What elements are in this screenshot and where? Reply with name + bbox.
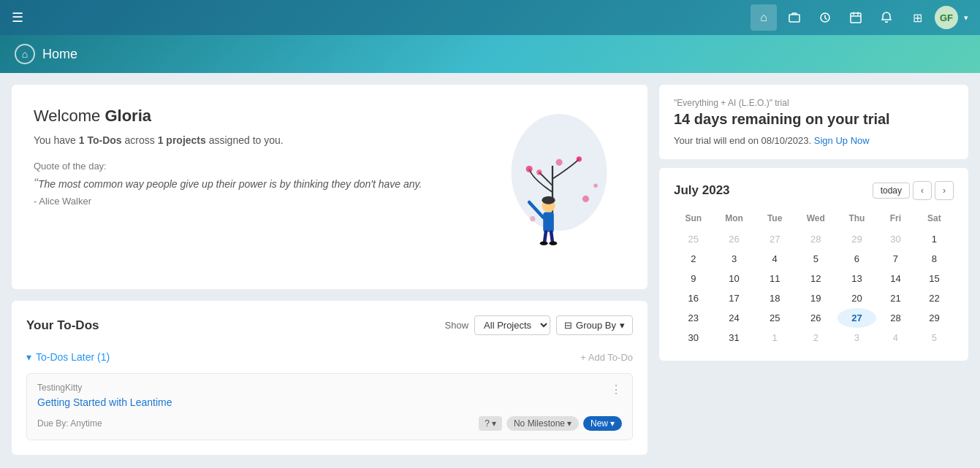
calendar-day-cell[interactable]: 22	[915, 288, 954, 308]
calendar-day-cell[interactable]: 23	[674, 308, 713, 328]
avatar[interactable]: GF	[935, 6, 958, 29]
calendar-day-cell[interactable]: 12	[794, 269, 837, 288]
todo-item-top: TestingKitty Getting Started with Leanti…	[37, 383, 622, 409]
priority-label: ?	[485, 418, 490, 429]
calendar-day-header: Fri	[876, 210, 915, 229]
calendar-day-cell[interactable]: 19	[794, 288, 837, 308]
right-panel: "Everything + AI (L.E.O.)" trial 14 days…	[659, 85, 968, 361]
calendar-today-button[interactable]: today	[873, 183, 910, 199]
calendar-grid: SunMonTueWedThuFriSat 252627282930123456…	[674, 210, 954, 348]
svg-point-7	[536, 169, 542, 174]
svg-point-5	[526, 166, 533, 172]
calendar-day-cell[interactable]: 26	[794, 308, 837, 328]
calendar-day-cell[interactable]: 27	[837, 308, 876, 328]
calendar-day-cell[interactable]: 26	[713, 229, 755, 249]
todo-link[interactable]: Getting Started with Leantime	[37, 396, 172, 408]
todo-item-bottom: Due By: Anytime ? ▾ No Milestone ▾	[37, 416, 622, 431]
calendar-day-cell[interactable]: 27	[756, 229, 794, 249]
todo-badges: ? ▾ No Milestone ▾ New ▾	[479, 416, 622, 431]
calendar-day-header: Wed	[794, 210, 837, 229]
desc-end: assigned to you.	[206, 134, 284, 146]
calendar-day-cell[interactable]: 30	[876, 229, 915, 249]
calendar-day-cell[interactable]: 5	[915, 328, 954, 348]
svg-point-15	[549, 242, 557, 245]
status-chevron-icon: ▾	[610, 418, 615, 429]
add-todo-label: + Add To-Do	[580, 352, 633, 363]
calendar-day-cell[interactable]: 13	[837, 269, 876, 288]
calendar-day-cell[interactable]: 31	[713, 328, 755, 348]
priority-chevron-icon: ▾	[492, 418, 496, 429]
calendar-prev-button[interactable]: ‹	[913, 181, 932, 200]
calendar-day-cell[interactable]: 16	[674, 288, 713, 308]
calendar-day-cell[interactable]: 28	[876, 308, 915, 328]
calendar-day-header: Thu	[837, 210, 876, 229]
group-by-label: Group By	[576, 320, 616, 331]
calendar-day-cell[interactable]: 2	[794, 328, 837, 348]
calendar-day-cell[interactable]: 21	[876, 288, 915, 308]
projects-select[interactable]: All Projects	[474, 315, 550, 335]
todo-menu-button[interactable]: ⋮	[610, 383, 622, 396]
calendar-day-header: Mon	[713, 210, 755, 229]
add-todo-button[interactable]: + Add To-Do	[580, 352, 633, 363]
calendar-day-cell[interactable]: 29	[915, 308, 954, 328]
calendar-day-cell[interactable]: 9	[674, 269, 713, 288]
svg-point-14	[540, 242, 548, 245]
calendar-day-cell[interactable]: 7	[876, 249, 915, 269]
hamburger-menu-icon[interactable]: ☰	[12, 9, 23, 26]
group-by-chevron-icon: ▾	[620, 320, 625, 331]
milestone-badge[interactable]: No Milestone ▾	[506, 416, 579, 431]
nav-calendar-icon[interactable]	[843, 4, 869, 31]
calendar-day-cell[interactable]: 5	[794, 249, 837, 269]
todo-group-name: To-Dos Later (1)	[36, 351, 110, 363]
calendar-day-cell[interactable]: 25	[674, 229, 713, 249]
group-by-button[interactable]: ⊟ Group By ▾	[556, 315, 633, 335]
subheader: ⌂ Home	[0, 35, 980, 73]
calendar-day-cell[interactable]: 14	[876, 269, 915, 288]
todos-header: Your To-Dos Show All Projects ⊟ Group By…	[26, 315, 633, 335]
calendar-controls: today ‹ ›	[873, 181, 954, 200]
calendar-day-cell[interactable]: 6	[837, 249, 876, 269]
calendar-day-cell[interactable]: 3	[837, 328, 876, 348]
show-label: Show	[445, 320, 469, 331]
todo-group-label[interactable]: ▾ To-Dos Later (1)	[26, 351, 110, 363]
avatar-chevron-icon[interactable]: ▾	[964, 13, 968, 23]
calendar-day-cell[interactable]: 2	[674, 249, 713, 269]
calendar-day-cell[interactable]: 29	[837, 229, 876, 249]
svg-point-18	[593, 183, 597, 187]
todo-group-header: ▾ To-Dos Later (1) + Add To-Do	[26, 347, 633, 367]
svg-line-13	[551, 232, 552, 242]
calendar-day-cell[interactable]: 1	[915, 229, 954, 249]
group-by-icon: ⊟	[564, 320, 572, 331]
calendar-day-cell[interactable]: 4	[876, 328, 915, 348]
nav-timesheets-icon[interactable]	[812, 4, 838, 31]
sign-up-now-link[interactable]: Sign Up Now	[814, 135, 870, 146]
nav-home-icon[interactable]: ⌂	[751, 4, 777, 31]
calendar-day-cell[interactable]: 25	[756, 308, 794, 328]
calendar-day-cell[interactable]: 28	[794, 229, 837, 249]
calendar-day-cell[interactable]: 4	[756, 249, 794, 269]
svg-point-19	[530, 216, 535, 221]
calendar-day-cell[interactable]: 30	[674, 328, 713, 348]
calendar-day-cell[interactable]: 24	[713, 308, 755, 328]
svg-line-12	[544, 232, 546, 242]
calendar-day-cell[interactable]: 15	[915, 269, 954, 288]
calendar-day-cell[interactable]: 3	[713, 249, 755, 269]
calendar-day-cell[interactable]: 20	[837, 288, 876, 308]
svg-point-17	[582, 196, 589, 202]
calendar-day-cell[interactable]: 1	[756, 328, 794, 348]
nav-grid-icon[interactable]: ⊞	[904, 4, 930, 31]
calendar-day-cell[interactable]: 18	[756, 288, 794, 308]
calendar-next-button[interactable]: ›	[935, 181, 954, 200]
due-by-value: Anytime	[70, 418, 102, 429]
nav-notifications-icon[interactable]	[873, 4, 900, 31]
calendar-day-cell[interactable]: 8	[915, 249, 954, 269]
status-badge[interactable]: New ▾	[583, 416, 622, 431]
calendar-day-cell[interactable]: 10	[713, 269, 755, 288]
milestone-chevron-icon: ▾	[567, 418, 571, 429]
calendar-day-cell[interactable]: 11	[756, 269, 794, 288]
calendar-day-cell[interactable]: 17	[713, 288, 755, 308]
svg-rect-2	[851, 13, 861, 23]
nav-portfolio-icon[interactable]	[781, 4, 808, 31]
priority-badge[interactable]: ? ▾	[479, 416, 502, 431]
projects-label: projects	[163, 134, 205, 146]
